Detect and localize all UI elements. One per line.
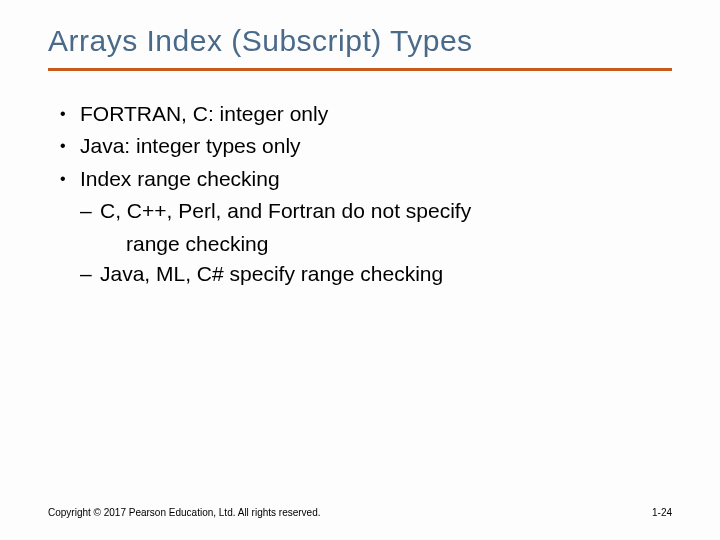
bullet-text: Index range checking xyxy=(80,164,672,194)
sub-bullet-item: – C, C++, Perl, and Fortran do not speci… xyxy=(56,196,672,226)
copyright-text: Copyright © 2017 Pearson Education, Ltd.… xyxy=(48,507,321,518)
bullet-item: • Index range checking xyxy=(56,164,672,194)
sub-bullet-marker: – xyxy=(80,259,100,289)
footer: Copyright © 2017 Pearson Education, Ltd.… xyxy=(48,507,672,518)
bullet-text: Java: integer types only xyxy=(80,131,672,161)
bullet-text: FORTRAN, C: integer only xyxy=(80,99,672,129)
page-number: 1-24 xyxy=(652,507,672,518)
slide-title: Arrays Index (Subscript) Types xyxy=(48,24,672,58)
bullet-marker: • xyxy=(56,164,80,194)
bullet-marker: • xyxy=(56,131,80,161)
sub-bullet-text: C, C++, Perl, and Fortran do not specify xyxy=(100,196,672,226)
slide: Arrays Index (Subscript) Types • FORTRAN… xyxy=(0,0,720,540)
sub-bullet-continuation: range checking xyxy=(56,229,672,259)
content-area: • FORTRAN, C: integer only • Java: integ… xyxy=(48,99,672,290)
bullet-item: • FORTRAN, C: integer only xyxy=(56,99,672,129)
sub-bullet-marker: – xyxy=(80,196,100,226)
title-divider xyxy=(48,68,672,71)
sub-bullet-text: Java, ML, C# specify range checking xyxy=(100,259,672,289)
bullet-item: • Java: integer types only xyxy=(56,131,672,161)
bullet-marker: • xyxy=(56,99,80,129)
sub-bullet-item: – Java, ML, C# specify range checking xyxy=(56,259,672,289)
